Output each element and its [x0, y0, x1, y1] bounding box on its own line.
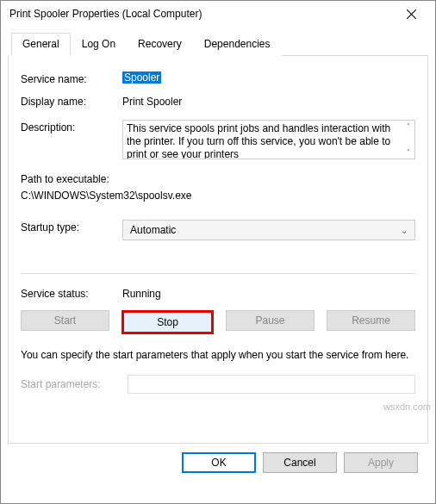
service-name-label: Service name: — [21, 72, 122, 85]
pause-button: Pause — [226, 310, 315, 331]
tab-panel-general: Service name: Spooler Display name: Prin… — [8, 56, 428, 444]
service-status-value: Running — [122, 286, 161, 300]
tab-log-on[interactable]: Log On — [71, 33, 127, 56]
resume-button: Resume — [327, 310, 415, 331]
tab-dependencies[interactable]: Dependencies — [193, 33, 282, 56]
startup-type-select[interactable]: Automatic ⌄ — [122, 220, 415, 240]
tab-strip: General Log On Recovery Dependencies — [11, 32, 428, 56]
scroll-up-icon[interactable]: ˄ — [407, 122, 410, 131]
description-box[interactable]: This service spools print jobs and handl… — [122, 120, 415, 159]
display-name-label: Display name: — [21, 94, 122, 108]
close-icon — [407, 9, 416, 19]
cancel-button[interactable]: Cancel — [263, 452, 337, 473]
dialog-footer: OK Cancel Apply — [8, 444, 428, 473]
description-scrollbar[interactable]: ˄ ˅ — [402, 121, 414, 159]
description-text: This service spools print jobs and handl… — [127, 122, 390, 159]
start-parameters-input — [128, 375, 415, 394]
window-title: Print Spooler Properties (Local Computer… — [9, 8, 202, 20]
apply-button: Apply — [344, 452, 418, 473]
parameters-note: You can specify the start parameters tha… — [21, 348, 415, 363]
start-button: Start — [21, 310, 109, 331]
service-status-label: Service status: — [21, 286, 122, 300]
description-label: Description: — [21, 120, 122, 134]
service-name-value[interactable]: Spooler — [122, 72, 161, 84]
watermark: wsxdn.com — [383, 401, 431, 412]
stop-button[interactable]: Stop — [121, 310, 214, 334]
startup-type-label: Startup type: — [21, 220, 122, 233]
display-name-value: Print Spooler — [122, 94, 182, 108]
path-label: Path to executable: — [21, 171, 415, 188]
path-value: C:\WINDOWS\System32\spoolsv.exe — [21, 188, 415, 204]
start-parameters-label: Start parameters: — [21, 378, 122, 390]
ok-button[interactable]: OK — [182, 452, 256, 473]
tab-recovery[interactable]: Recovery — [127, 33, 193, 56]
scroll-down-icon[interactable]: ˅ — [407, 148, 410, 157]
titlebar: Print Spooler Properties (Local Computer… — [1, 1, 435, 27]
divider — [21, 273, 415, 274]
startup-type-value: Automatic — [130, 224, 176, 236]
chevron-down-icon: ⌄ — [401, 226, 408, 235]
tab-general[interactable]: General — [11, 33, 71, 56]
close-button[interactable] — [394, 2, 428, 26]
